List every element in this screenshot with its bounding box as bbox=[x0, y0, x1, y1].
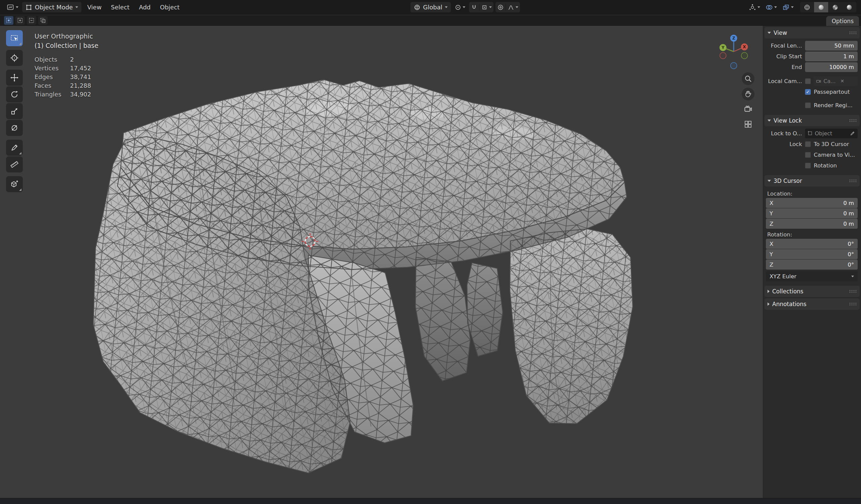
panel-title: 3D Cursor bbox=[774, 178, 802, 184]
navigation-gizmo[interactable]: Z Y X bbox=[713, 31, 754, 72]
cursor-rotation-z-field[interactable]: Z 0° bbox=[766, 260, 858, 269]
gizmo-axis-y[interactable]: Y bbox=[720, 44, 727, 51]
menu-add[interactable]: Add bbox=[135, 2, 154, 12]
cursor-rotation-y-field[interactable]: Y 0° bbox=[766, 249, 858, 259]
scene-statistics: Objects2 Vertices17,452 Edges38,741 Face… bbox=[35, 55, 98, 99]
gizmo-axis-neg-y[interactable] bbox=[741, 53, 748, 59]
cursor-rotation-x-field[interactable]: X 0° bbox=[766, 239, 858, 249]
panel-title: View Lock bbox=[774, 117, 802, 124]
tool-transform[interactable] bbox=[6, 120, 23, 136]
lock-rotation-checkbox[interactable] bbox=[805, 163, 811, 168]
close-icon[interactable]: ✕ bbox=[840, 78, 844, 84]
perspective-toggle-button[interactable] bbox=[742, 118, 754, 130]
stat-row: Edges38,741 bbox=[35, 73, 98, 81]
options-tab[interactable]: Options bbox=[826, 16, 859, 26]
panel-collections-header[interactable]: Collections bbox=[765, 286, 860, 297]
rotation-label: Rotation: bbox=[767, 232, 857, 238]
cursor-location-x-field[interactable]: X 0 m bbox=[766, 198, 858, 208]
render-region-checkbox[interactable] bbox=[805, 102, 811, 108]
passepartout-checkbox[interactable]: ✓ bbox=[805, 89, 811, 95]
chevron-down-icon bbox=[767, 180, 771, 182]
pivot-point-dropdown[interactable] bbox=[453, 2, 467, 12]
stat-row: Vertices17,452 bbox=[35, 64, 98, 73]
clip-start-row: Clip Start 1 m bbox=[765, 51, 858, 61]
local-camera-field[interactable]: Ca... ✕ bbox=[814, 76, 858, 86]
local-camera-checkbox[interactable] bbox=[805, 78, 811, 84]
eyedropper-icon[interactable] bbox=[850, 131, 855, 136]
shading-rendered-button[interactable] bbox=[842, 2, 856, 12]
rotation-mode-dropdown[interactable]: XYZ Euler bbox=[766, 271, 858, 281]
chevron-down-icon bbox=[463, 6, 465, 8]
transform-orientation-dropdown[interactable]: Global bbox=[410, 2, 451, 12]
menu-select[interactable]: Select bbox=[107, 2, 133, 12]
drag-grip-icon[interactable] bbox=[849, 119, 856, 123]
chevron-right-icon bbox=[767, 303, 769, 306]
xray-toggle-dropdown[interactable] bbox=[781, 2, 795, 12]
focal-length-field[interactable]: 50 mm bbox=[805, 41, 858, 51]
editor-type-button[interactable] bbox=[5, 2, 20, 12]
material-sphere-icon bbox=[832, 4, 838, 11]
sidebar-n-panel: View Focal Len... 50 mm Clip Start 1 m bbox=[763, 26, 861, 498]
mode-dropdown[interactable]: Object Mode bbox=[22, 2, 81, 12]
falloff-curve-icon bbox=[508, 4, 514, 11]
magnet-icon bbox=[471, 4, 477, 11]
tool-settings-bar: Options bbox=[0, 15, 861, 26]
select-mode-set-button[interactable] bbox=[4, 16, 13, 25]
gizmo-axis-z[interactable]: Z bbox=[730, 35, 737, 42]
xray-icon bbox=[782, 4, 790, 11]
proportional-editing-toggle[interactable] bbox=[495, 2, 506, 12]
pan-button[interactable] bbox=[742, 88, 754, 100]
shading-material-button[interactable] bbox=[828, 2, 842, 12]
lock-to-cursor-row: Lock To 3D Cursor bbox=[765, 139, 858, 149]
tool-select-box[interactable] bbox=[6, 30, 23, 46]
drag-grip-icon[interactable] bbox=[849, 31, 856, 35]
gizmo-axis-x[interactable]: X bbox=[741, 43, 748, 51]
pivot-point-icon bbox=[455, 4, 461, 11]
show-gizmo-dropdown[interactable] bbox=[747, 2, 762, 12]
drag-grip-icon[interactable] bbox=[849, 179, 856, 183]
menu-view[interactable]: View bbox=[83, 2, 105, 12]
chevron-down-icon bbox=[767, 120, 771, 122]
clip-end-field[interactable]: 10000 m bbox=[805, 62, 858, 72]
tool-rotate[interactable] bbox=[6, 86, 23, 102]
shading-wireframe-button[interactable] bbox=[800, 2, 814, 12]
select-mode-extend-button[interactable] bbox=[15, 16, 25, 25]
zoom-button[interactable] bbox=[742, 72, 754, 85]
panel-title: Annotations bbox=[772, 301, 806, 307]
lock-to-3d-cursor-checkbox[interactable] bbox=[805, 141, 811, 147]
panel-annotations-header[interactable]: Annotations bbox=[765, 298, 860, 310]
drag-grip-icon[interactable] bbox=[849, 303, 856, 306]
camera-to-view-checkbox[interactable] bbox=[805, 152, 811, 158]
select-mode-subtract-button[interactable] bbox=[27, 16, 36, 25]
camera-view-button[interactable] bbox=[742, 103, 754, 115]
select-extend-icon bbox=[17, 17, 23, 24]
tool-measure[interactable] bbox=[6, 156, 23, 172]
gizmo-axis-neg-z[interactable] bbox=[731, 62, 737, 69]
panel-view-header[interactable]: View bbox=[765, 27, 860, 39]
stat-row: Triangles34,902 bbox=[35, 90, 98, 99]
tool-move[interactable] bbox=[6, 70, 23, 86]
show-overlays-dropdown[interactable] bbox=[764, 2, 779, 12]
menu-object[interactable]: Object bbox=[156, 2, 183, 12]
panel-view-lock-header[interactable]: View Lock bbox=[765, 115, 860, 126]
proportional-falloff-dropdown[interactable] bbox=[506, 2, 520, 12]
snap-toggle-button[interactable] bbox=[469, 2, 479, 12]
viewport-3d[interactable]: User Orthographic (1) Collection | base … bbox=[0, 26, 763, 498]
tool-scale[interactable] bbox=[6, 103, 23, 119]
cursor-location-y-field[interactable]: Y 0 m bbox=[766, 208, 858, 218]
clip-start-field[interactable]: 1 m bbox=[805, 52, 858, 61]
shading-solid-button[interactable] bbox=[814, 2, 828, 12]
mesh-object[interactable] bbox=[0, 26, 763, 498]
globe-icon bbox=[414, 4, 421, 11]
chevron-down-icon bbox=[791, 6, 794, 8]
tool-annotate[interactable] bbox=[6, 140, 23, 156]
drag-grip-icon[interactable] bbox=[849, 290, 856, 293]
snap-target-dropdown[interactable] bbox=[479, 2, 493, 12]
gizmo-axis-neg-x[interactable] bbox=[720, 53, 726, 59]
tool-cursor[interactable] bbox=[6, 50, 23, 66]
select-mode-intersect-button[interactable] bbox=[38, 16, 47, 25]
tool-add-cube[interactable] bbox=[6, 176, 23, 192]
panel-3d-cursor-header[interactable]: 3D Cursor bbox=[765, 175, 860, 186]
cursor-location-z-field[interactable]: Z 0 m bbox=[766, 219, 858, 229]
lock-to-object-field[interactable]: Object bbox=[805, 129, 858, 138]
